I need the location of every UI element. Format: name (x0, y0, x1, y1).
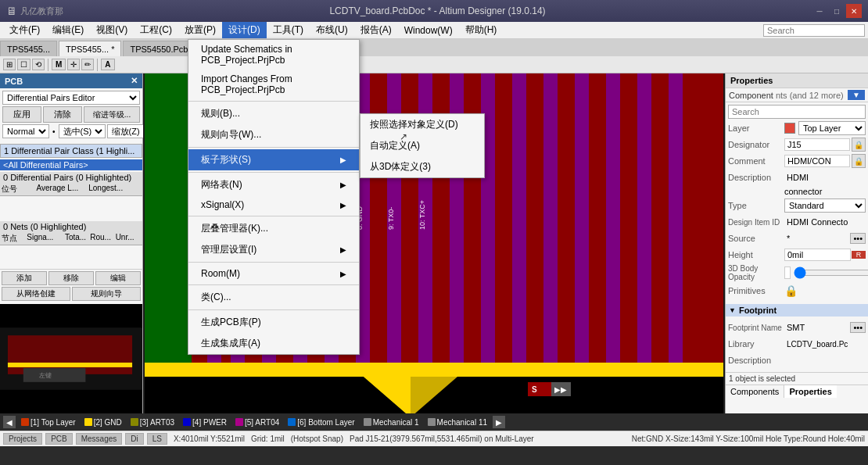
dmenu-board-shape[interactable]: 板子形状(S) ▶ (188, 149, 359, 170)
footprint-dots-button[interactable]: ••• (850, 322, 866, 333)
from-net-btn[interactable]: 从网络创建 (2, 287, 70, 301)
body-opacity-input[interactable] (784, 266, 791, 279)
toolbar-btn-1[interactable]: ⊞ (3, 59, 16, 70)
components-tab[interactable]: Components (726, 385, 784, 398)
layer-chip-3[interactable]: [3] ART03 (127, 417, 178, 427)
selection-status: 1 object is selected (726, 372, 868, 385)
smenu-define-from-sel[interactable]: 按照选择对象定义(D) (360, 114, 484, 135)
dmenu-arrow-netlist: ▶ (340, 181, 346, 189)
menu-edit[interactable]: 编辑(E) (46, 22, 90, 38)
dmenu-classes[interactable]: 类(C)... (188, 287, 359, 308)
nets-section-label: 0 Nets (0 Highlighted) (0, 221, 142, 232)
maximize-button[interactable]: □ (829, 4, 845, 18)
smenu-auto-define[interactable]: 自动定义(A) (360, 135, 484, 156)
type-dropdown[interactable]: Standard (784, 199, 866, 213)
dmenu-update-schematics[interactable]: Update Schematics in PCB_Project.PrjPcb (188, 40, 359, 70)
layer-chip-4[interactable]: [4] PWER (180, 417, 230, 427)
menu-window[interactable]: Window(W) (398, 23, 459, 38)
close-button[interactable]: ✕ (846, 4, 862, 18)
height-input[interactable] (784, 249, 851, 261)
menu-project[interactable]: 工程(C) (134, 22, 178, 38)
tab-2[interactable]: TPS5455... * (59, 41, 121, 56)
toolbar-btn-3[interactable]: ⟲ (32, 59, 45, 70)
class-all-item[interactable]: <All Differential Pairs> (0, 159, 142, 170)
svg-rect-6 (145, 73, 192, 363)
menu-tools[interactable]: 工具(T) (267, 22, 310, 38)
primitives-row: Primitives 🔒 (728, 284, 866, 298)
layer-dropdown[interactable]: Top Layer (798, 121, 866, 135)
layer-chip-2[interactable]: [2] GND (81, 417, 125, 427)
dmenu-xsignal[interactable]: xSignal(X) ▶ (188, 195, 359, 214)
footprint-section-header[interactable]: ▼ Footprint (726, 304, 868, 317)
dmenu-rules-wizard[interactable]: 规则向导(W)... (188, 124, 359, 145)
designator-input[interactable] (784, 138, 850, 151)
layer-chip-1[interactable]: [1] Top Layer (18, 417, 79, 427)
panel-mode-dropdown[interactable]: Differential Pairs Editor (2, 91, 140, 105)
layer-chip-m11[interactable]: Mechanical 11 (425, 417, 490, 427)
toolbar-btn-pen[interactable]: ✏ (81, 59, 94, 70)
layer-color-5 (235, 418, 243, 426)
clear-button[interactable]: 清除 (43, 106, 82, 123)
menu-search-input[interactable] (763, 24, 865, 37)
dmenu-layer-stack[interactable]: 层叠管理器(K)... (188, 218, 359, 239)
left-panel-tools: Differential Pairs Editor 应用 清除 缩进等级... … (0, 88, 142, 142)
comment-input[interactable] (784, 155, 850, 167)
dmenu-manage-layers[interactable]: 管理层设置(I) ▶ (188, 239, 359, 260)
comment-lock-icon[interactable]: 🔒 (852, 154, 866, 168)
properties-search-input[interactable] (728, 105, 866, 119)
bottom-tabs-area: Projects PCB Messages Di LS (3, 433, 167, 445)
menu-route[interactable]: 布线(U) (310, 22, 354, 38)
toolbar-btn-m[interactable]: M (52, 59, 66, 70)
properties-tab[interactable]: Properties (784, 385, 836, 398)
dmenu-gen-pcb-lib[interactable]: 生成PCB库(P) (188, 312, 359, 333)
thumbnail-svg: 左键 (0, 304, 142, 413)
source-dots-button[interactable]: ••• (850, 233, 866, 244)
avg-label: Average L... (37, 184, 89, 195)
dmenu-gen-int-lib[interactable]: 生成集成库(A) (188, 333, 359, 354)
layer-color-box (784, 123, 795, 134)
menu-place[interactable]: 放置(P) (178, 22, 222, 38)
dmenu-rules[interactable]: 规则(B)... (188, 103, 359, 124)
left-panel-close-icon[interactable]: ✕ (131, 76, 138, 86)
menu-help[interactable]: 帮助(H) (459, 22, 504, 38)
dmenu-import-changes[interactable]: Import Changes From PCB_Project.PrjPcb (188, 70, 359, 99)
tab-di[interactable]: Di (125, 433, 143, 445)
layer-row: Layer Top Layer (728, 121, 866, 135)
apply-button[interactable]: 应用 (2, 106, 41, 123)
window-title: LCDTV_board.PcbDoc * - Altium Designer (… (329, 5, 545, 16)
normal-dropdown[interactable]: Normal (2, 124, 49, 138)
design-item-label: Design Item ID (728, 218, 784, 227)
select-dropdown[interactable]: 选中(S) (59, 124, 106, 138)
toolbar-btn-2[interactable]: ☐ (17, 59, 30, 70)
edit-btn[interactable]: 编辑 (95, 271, 141, 285)
body-opacity-slider[interactable] (794, 266, 868, 279)
minimize-button[interactable]: ─ (812, 4, 827, 18)
height-row: Height R (728, 248, 866, 262)
designator-lock-icon[interactable]: 🔒 (852, 138, 866, 152)
rule-btn[interactable]: 规则向导 (72, 287, 141, 301)
filter-button[interactable]: ▼ (848, 90, 865, 100)
layer-prev-button[interactable]: ◀ (3, 416, 16, 428)
add-btn[interactable]: 添加 (2, 271, 47, 285)
zoom-level-button[interactable]: 缩进等级... (84, 106, 140, 123)
tab-messages[interactable]: Messages (76, 433, 123, 445)
tab-1[interactable]: TPS5455... (0, 41, 57, 56)
toolbar-btn-cross[interactable]: ✛ (67, 59, 80, 70)
menu-file[interactable]: 文件(F) (3, 22, 46, 38)
layer-chip-5[interactable]: [5] ART04 (232, 417, 282, 427)
menu-design[interactable]: 设计(D) (222, 22, 267, 38)
menu-reports[interactable]: 报告(A) (354, 22, 398, 38)
layer-chip-m1[interactable]: Mechanical 1 (360, 417, 422, 427)
layer-chip-6[interactable]: [6] Bottom Layer (285, 417, 357, 427)
design-item-row: Design Item ID HDMI Connecto (728, 215, 866, 229)
toolbar-btn-text[interactable]: A (101, 59, 114, 70)
tab-pcb[interactable]: PCB (45, 433, 73, 445)
smenu-define-3d[interactable]: 从3D体定义(3) (360, 156, 484, 177)
layer-next-button[interactable]: ▶ (493, 416, 505, 428)
lock-icon[interactable]: 🔒 (784, 284, 798, 297)
dmenu-room[interactable]: Room(M) ▶ (188, 264, 359, 283)
menu-view[interactable]: 视图(V) (90, 22, 134, 38)
tab-projects[interactable]: Projects (3, 433, 42, 445)
dmenu-netlist[interactable]: 网络表(N) ▶ (188, 174, 359, 195)
remove-btn[interactable]: 移除 (48, 271, 94, 285)
